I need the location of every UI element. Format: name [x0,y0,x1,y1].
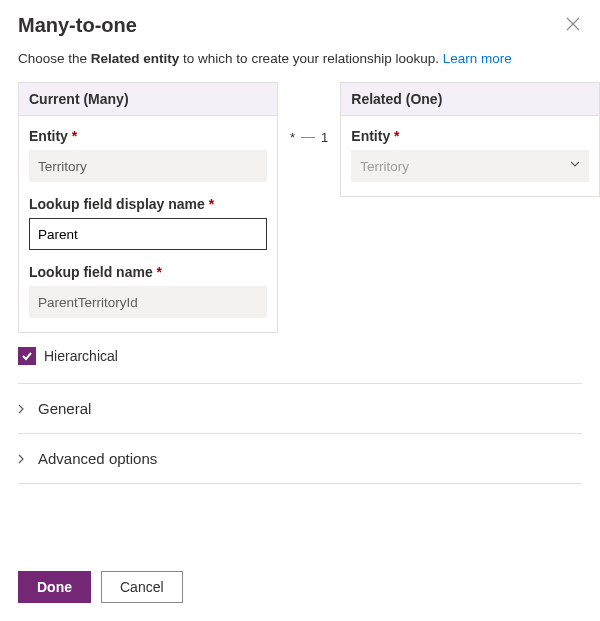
current-panel-header: Current (Many) [19,83,277,116]
chevron-down-icon [570,161,580,171]
learn-more-link[interactable]: Learn more [443,51,512,66]
related-entity-label-text: Entity [351,128,390,144]
required-mark: * [157,264,162,280]
related-entity-label: Entity * [351,128,589,144]
subtitle-bold: Related entity [91,51,180,66]
cancel-button[interactable]: Cancel [101,571,183,603]
current-entity-field: Territory [29,150,267,182]
field-name-label-text: Lookup field name [29,264,153,280]
dialog-footer: Done Cancel [18,571,183,603]
relationship-connector: * 1 [290,130,328,145]
advanced-label: Advanced options [38,450,157,467]
current-entity-label-text: Entity [29,128,68,144]
required-mark: * [394,128,399,144]
display-name-label-text: Lookup field display name [29,196,205,212]
connector-line [301,137,315,138]
required-mark: * [72,128,77,144]
connector-right-symbol: 1 [321,130,328,145]
panels-row: Current (Many) Entity * Territory Lookup… [18,82,582,333]
dialog-subtitle: Choose the Related entity to which to cr… [18,51,582,66]
field-name-value: ParentTerritoryId [38,295,138,310]
general-label: General [38,400,91,417]
related-panel-header: Related (One) [341,83,599,116]
related-entity-value: Territory [360,159,409,174]
related-entity-dropdown[interactable]: Territory [351,150,589,182]
related-panel: Related (One) Entity * Territory [340,82,600,197]
required-mark: * [209,196,214,212]
hierarchical-row: Hierarchical [18,347,582,365]
current-panel: Current (Many) Entity * Territory Lookup… [18,82,278,333]
display-name-label: Lookup field display name * [29,196,267,212]
general-expander[interactable]: General [18,384,582,434]
dialog-title: Many-to-one [18,14,137,37]
subtitle-post: to which to create your relationship loo… [179,51,442,66]
field-name-label: Lookup field name * [29,264,267,280]
connector-left-symbol: * [290,130,295,145]
current-entity-value: Territory [38,159,87,174]
subtitle-pre: Choose the [18,51,91,66]
chevron-right-icon [18,404,28,414]
chevron-right-icon [18,454,28,464]
hierarchical-checkbox[interactable] [18,347,36,365]
field-name-field: ParentTerritoryId [29,286,267,318]
current-entity-label: Entity * [29,128,267,144]
advanced-expander[interactable]: Advanced options [18,434,582,484]
hierarchical-label: Hierarchical [44,348,118,364]
close-icon[interactable] [564,14,582,36]
done-button[interactable]: Done [18,571,91,603]
display-name-input[interactable] [29,218,267,250]
